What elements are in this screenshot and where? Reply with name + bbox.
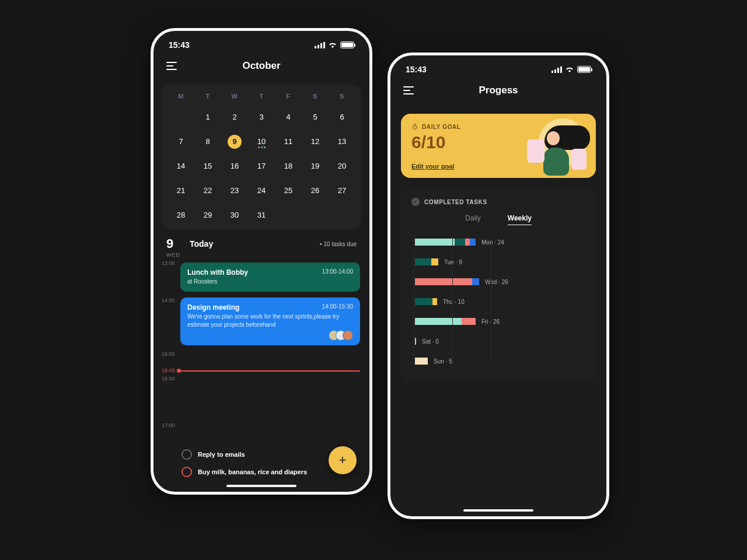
cal-day[interactable]: 16 [221, 159, 248, 173]
event-time: 13:00-14:00 [322, 268, 353, 275]
cal-day[interactable]: 28 [167, 208, 194, 222]
calendar-screen: 15:43 October M T W T F S S 1 2 3 4 5 6 [151, 28, 372, 495]
status-bar: 15:43 [390, 55, 606, 78]
wifi-icon [565, 66, 574, 73]
status-bar: 15:43 [153, 31, 369, 53]
cal-day[interactable]: 3 [248, 110, 275, 124]
cal-day[interactable]: 24 [248, 184, 275, 198]
nav-bar: October [153, 53, 369, 79]
cal-day[interactable]: 20 [329, 159, 355, 173]
home-indicator [463, 509, 533, 512]
status-time: 15:43 [169, 40, 190, 50]
cal-day[interactable]: 7 [167, 135, 194, 149]
today-daynum: 9 [166, 237, 180, 250]
today-header: 9 WED Today • 10 tasks due [153, 229, 369, 259]
cal-day[interactable]: 1 [194, 110, 221, 124]
battery-icon [340, 41, 354, 48]
check-icon: ✓ [411, 198, 420, 206]
todo-text: Reply to emails [198, 451, 245, 458]
home-indicator [226, 485, 296, 487]
cal-day[interactable]: 6 [329, 110, 355, 124]
timer-icon [411, 123, 418, 130]
wifi-icon [328, 41, 337, 48]
time-label-1500: 15:00 [162, 351, 175, 357]
cal-day[interactable]: 5 [302, 110, 329, 124]
illustration [520, 117, 590, 178]
cal-day[interactable]: 21 [167, 184, 194, 198]
cal-day[interactable]: 26 [302, 184, 329, 198]
event-sub: at Roosters [187, 278, 353, 286]
cal-day[interactable]: 12 [302, 135, 329, 149]
event-time: 14:00-15:30 [322, 303, 353, 310]
cal-day[interactable]: 8 [194, 135, 221, 149]
progress-screen: 15:43 Progess DAILY GOAL 6/10 Edit your … [388, 52, 609, 519]
chart-row-wed: Wed · 26 [415, 278, 585, 286]
timeline[interactable]: 13:00 14:00 15:00 15:43 16:00 17:00 Lunc… [153, 259, 369, 446]
now-line [179, 370, 360, 372]
cal-day[interactable]: 27 [329, 184, 355, 198]
time-label-1700: 17:00 [162, 422, 175, 428]
battery-icon [577, 66, 591, 73]
page-title: Progess [479, 85, 518, 96]
tab-daily[interactable]: Daily [465, 214, 481, 225]
cal-day[interactable]: 18 [275, 159, 302, 173]
cal-day[interactable]: 4 [275, 110, 302, 124]
panel-header: ✓ COMPLETED TASKS [411, 198, 585, 206]
todo-text: Buy milk, bananas, rice and diapers [198, 468, 307, 475]
cal-day-selected[interactable]: 9 [228, 135, 242, 149]
cal-day[interactable]: 10 [248, 135, 275, 149]
cal-day[interactable]: 30 [221, 208, 248, 222]
cal-day[interactable]: 31 [248, 208, 275, 222]
menu-icon[interactable] [403, 86, 415, 94]
avatars [332, 330, 353, 341]
today-date-block: 9 WED [166, 237, 180, 258]
menu-icon[interactable] [166, 62, 178, 70]
add-button[interactable]: + [329, 446, 357, 474]
chart-row-sat: Sat · 0 [415, 337, 585, 345]
cal-day[interactable]: 22 [194, 184, 221, 198]
signal-icon [551, 66, 562, 73]
event-meeting[interactable]: Design meeting We're gonna plan some wor… [180, 298, 360, 345]
status-time: 15:43 [406, 65, 427, 74]
tabs: Daily Weekly [411, 214, 585, 225]
chart-row-mon: Mon · 24 [415, 238, 585, 246]
status-icons [315, 41, 354, 48]
cal-day[interactable]: 29 [194, 208, 221, 222]
chart-row-tue: Tue · 9 [415, 258, 585, 266]
checkbox-icon[interactable] [181, 467, 192, 477]
today-label: Today [190, 239, 213, 249]
weekly-chart: Mon · 24 Tue · 9 Wed · 26 Thu · 10 Fri ·… [411, 238, 585, 365]
today-weekday: WED [166, 252, 180, 258]
checkbox-icon[interactable] [181, 449, 192, 460]
today-due: • 10 tasks due [320, 241, 357, 247]
cal-day[interactable]: 11 [275, 135, 302, 149]
status-icons [551, 66, 591, 73]
cal-weekdays: M T W T F S S [167, 93, 355, 100]
cal-day[interactable]: 13 [329, 135, 355, 149]
nav-bar: Progess [390, 78, 606, 103]
chart-row-sun: Sun · 5 [415, 357, 585, 365]
page-title: October [242, 60, 280, 72]
time-label-1600: 16:00 [162, 376, 175, 382]
cal-day[interactable]: 19 [302, 159, 329, 173]
cal-day[interactable]: 2 [221, 110, 248, 124]
time-label-1300: 13:00 [162, 260, 175, 266]
cal-day[interactable]: 17 [248, 159, 275, 173]
event-sub: We're gonna plan some work for the next … [187, 313, 353, 329]
event-lunch[interactable]: Lunch with Bobby at Roosters 13:00-14:00 [180, 262, 360, 292]
signal-icon [315, 42, 325, 48]
cal-day[interactable]: 14 [167, 159, 194, 173]
chart-row-thu: Thu · 10 [415, 298, 585, 306]
completed-tasks-panel: ✓ COMPLETED TASKS Daily Weekly Mon · 24 … [401, 188, 596, 382]
tab-weekly[interactable]: Weekly [508, 214, 532, 225]
time-label-1400: 14:00 [162, 298, 175, 303]
cal-day[interactable]: 15 [194, 159, 221, 173]
cal-day[interactable]: 25 [275, 184, 302, 198]
calendar: M T W T F S S 1 2 3 4 5 6 7 8 9 10 11 12… [162, 85, 361, 229]
goal-card[interactable]: DAILY GOAL 6/10 Edit your goal [401, 114, 596, 178]
cal-row: 1 2 3 4 5 6 [167, 110, 355, 124]
time-now: 15:43 [162, 368, 175, 373]
chart-row-fri: Fri · 26 [415, 317, 585, 326]
cal-day[interactable]: 23 [221, 184, 248, 198]
